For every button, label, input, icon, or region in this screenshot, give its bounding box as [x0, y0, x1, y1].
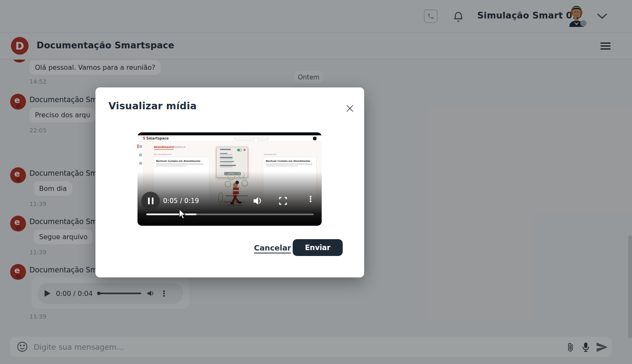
video-progress-bar[interactable] — [146, 214, 314, 215]
pause-icon — [148, 198, 150, 204]
mouse-cursor — [179, 209, 188, 220]
pause-button[interactable] — [141, 192, 160, 210]
modal-title: Visualizar mídia — [108, 100, 197, 111]
app: Simulação Smart 01 D Documentação Smarts… — [0, 0, 632, 364]
cancel-button[interactable]: Cancelar — [254, 243, 291, 253]
video-player[interactable]: SSmartspace Atendimento Histórico Em ate… — [138, 132, 322, 226]
video-progress-fill — [146, 214, 196, 215]
media-preview-modal: Visualizar mídia SSmartspace — [95, 87, 364, 277]
send-media-button[interactable]: Enviar — [293, 239, 343, 256]
video-time: 0:05 / 0:19 — [163, 197, 199, 205]
video-controls-gradient — [138, 132, 322, 226]
fullscreen-icon[interactable] — [279, 197, 287, 205]
close-icon[interactable] — [346, 104, 354, 113]
volume-icon[interactable] — [253, 196, 263, 206]
video-menu-icon[interactable]: ⋮ — [307, 195, 315, 203]
